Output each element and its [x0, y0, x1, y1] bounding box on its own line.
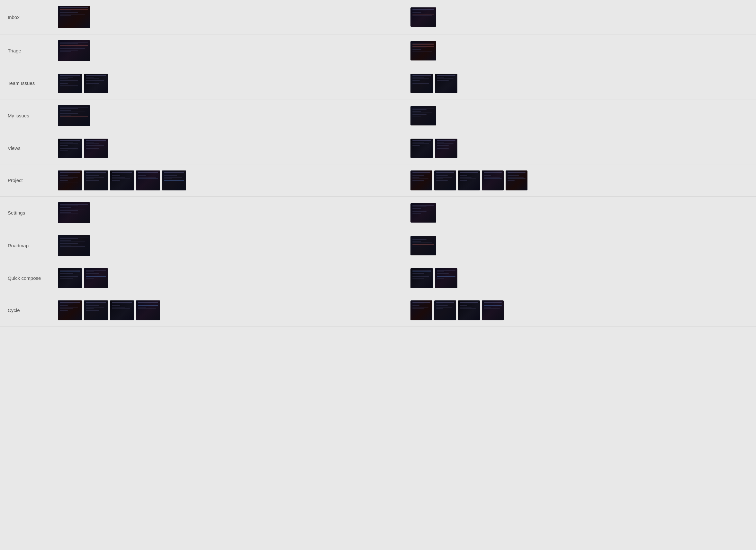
row-roadmap: Roadmap	[0, 229, 756, 262]
screenshot-thumbnail[interactable]	[410, 268, 433, 288]
row-my-issues: My issues	[0, 99, 756, 132]
row-label: Views	[0, 145, 51, 151]
screenshot-thumbnail[interactable]	[434, 170, 456, 190]
screenshot-thumbnail[interactable]	[84, 139, 108, 158]
screenshot-thumbnail[interactable]	[58, 235, 90, 256]
thumbnails-column	[51, 202, 404, 223]
thumbnails-column	[404, 236, 756, 255]
thumbnails-column	[51, 301, 404, 320]
screenshot-thumbnail[interactable]	[410, 106, 436, 125]
thumbnails-column	[404, 7, 756, 27]
screenshot-thumbnail[interactable]	[136, 301, 160, 320]
row-label: Cycle	[0, 308, 51, 313]
thumbnails-column	[51, 74, 404, 93]
screenshot-thumbnail[interactable]	[84, 268, 108, 288]
screenshot-thumbnail[interactable]	[410, 170, 432, 190]
thumbnails-column	[51, 139, 404, 158]
screenshot-thumbnail[interactable]	[434, 301, 456, 320]
thumbnails-column	[404, 139, 756, 158]
screenshot-thumbnail[interactable]	[458, 170, 480, 190]
thumbnails-column	[404, 268, 756, 288]
screenshot-thumbnail[interactable]	[84, 301, 108, 320]
screenshot-thumbnail[interactable]	[410, 74, 433, 93]
thumbnails-column	[51, 170, 404, 190]
row-inbox: Inbox	[0, 0, 756, 34]
row-project: Project	[0, 164, 756, 196]
row-label: Roadmap	[0, 243, 51, 248]
thumbnails-column	[404, 203, 756, 222]
thumbnails-column	[51, 40, 404, 61]
screenshot-thumbnail[interactable]	[58, 202, 90, 223]
screenshot-thumbnail[interactable]	[410, 139, 433, 158]
thumbnails-column	[51, 268, 404, 288]
thumbnails-column	[404, 170, 756, 190]
screenshot-thumbnail[interactable]	[58, 40, 90, 61]
row-cycle: Cycle	[0, 294, 756, 327]
row-label: Inbox	[0, 14, 51, 20]
screenshot-thumbnail[interactable]	[58, 301, 82, 320]
screenshot-thumbnail[interactable]	[58, 6, 90, 28]
row-quick-compose: Quick compose	[0, 262, 756, 294]
screenshot-thumbnail[interactable]	[58, 268, 82, 288]
thumbnails-column	[404, 106, 756, 125]
screenshot-thumbnail[interactable]	[58, 105, 90, 126]
row-label: Quick compose	[0, 275, 51, 281]
screenshot-thumbnail[interactable]	[58, 74, 82, 93]
screenshot-thumbnail[interactable]	[435, 74, 457, 93]
screenshot-thumbnail[interactable]	[482, 170, 504, 190]
screenshot-thumbnail[interactable]	[58, 139, 82, 158]
row-label: Project	[0, 177, 51, 183]
thumbnails-column	[404, 41, 756, 60]
screenshot-thumbnail[interactable]	[410, 41, 436, 60]
thumbnails-column	[51, 235, 404, 256]
screenshot-thumbnail[interactable]	[435, 139, 457, 158]
row-triage: Triage	[0, 34, 756, 67]
screenshot-thumbnail[interactable]	[482, 301, 504, 320]
thumbnails-column	[404, 301, 756, 320]
screenshot-thumbnail[interactable]	[84, 74, 108, 93]
screenshot-thumbnail[interactable]	[410, 236, 436, 255]
screenshot-thumbnail[interactable]	[84, 170, 108, 190]
row-settings: Settings	[0, 196, 756, 229]
row-label: Team Issues	[0, 80, 51, 86]
thumbnails-column	[51, 6, 404, 28]
row-label: Triage	[0, 48, 51, 53]
row-label: My issues	[0, 113, 51, 118]
row-label: Settings	[0, 210, 51, 215]
screenshot-thumbnail[interactable]	[458, 301, 480, 320]
screenshot-thumbnail[interactable]	[58, 170, 82, 190]
row-team-issues: Team Issues	[0, 67, 756, 99]
screenshot-thumbnail[interactable]	[110, 170, 134, 190]
main-grid: InboxTriageTeam IssuesMy issuesViewsProj…	[0, 0, 756, 327]
screenshot-thumbnail[interactable]	[506, 170, 527, 190]
thumbnails-column	[404, 74, 756, 93]
screenshot-thumbnail[interactable]	[136, 170, 160, 190]
screenshot-thumbnail[interactable]	[110, 301, 134, 320]
screenshot-thumbnail[interactable]	[410, 301, 432, 320]
screenshot-thumbnail[interactable]	[410, 7, 436, 27]
thumbnails-column	[51, 105, 404, 126]
row-views: Views	[0, 132, 756, 164]
screenshot-thumbnail[interactable]	[435, 268, 457, 288]
screenshot-thumbnail[interactable]	[410, 203, 436, 222]
screenshot-thumbnail[interactable]	[162, 170, 186, 190]
